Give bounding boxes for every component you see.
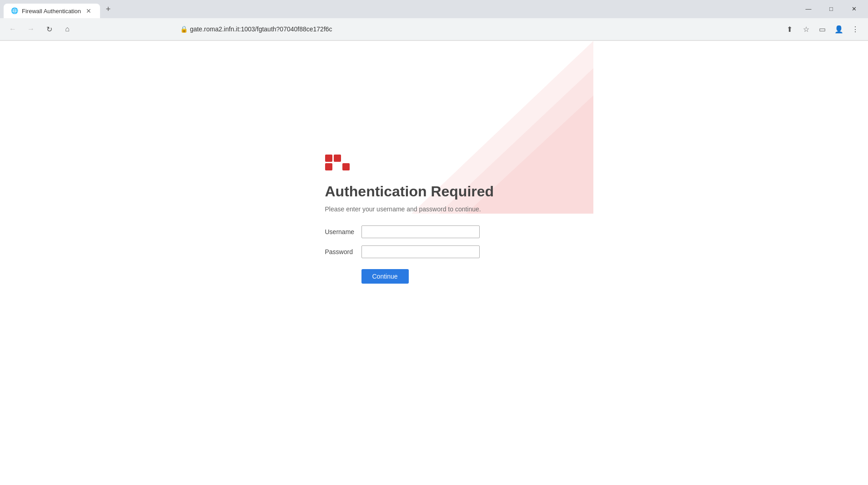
username-input[interactable] [361,225,480,238]
logo-cell-4 [325,163,332,170]
url-bar-wrapper: 🔒 [176,22,585,36]
logo [325,155,507,170]
toolbar-actions: ⬆ ☆ ▭ 👤 ⋮ [783,22,863,36]
sidebar-button[interactable]: ▭ [815,22,830,36]
logo-cell-1 [325,155,332,162]
new-tab-button[interactable]: + [102,3,115,15]
profile-button[interactable]: 👤 [832,22,846,36]
tab-title: Firewall Authentication [22,8,81,15]
auth-title: Authentication Required [325,183,507,200]
continue-button[interactable]: Continue [361,269,409,284]
maximize-button[interactable]: □ [821,2,842,15]
page-content: Authentication Required Please enter you… [0,41,868,485]
tab-close-button[interactable]: ✕ [85,7,93,15]
reload-button[interactable]: ↻ [42,22,56,36]
password-input[interactable] [361,245,480,258]
logo-cell-6 [342,163,350,170]
window-controls: — □ ✕ [798,2,864,15]
home-button[interactable]: ⌂ [60,22,75,36]
login-container: Authentication Required Please enter you… [325,155,507,284]
toolbar-separator [0,40,868,40]
tab-bar: 🌐 Firewall Authentication ✕ + — □ ✕ [0,0,868,18]
username-label: Username [325,228,361,235]
bookmark-button[interactable]: ☆ [799,22,813,36]
forward-button[interactable]: → [24,22,38,36]
username-row: Username [325,225,507,238]
close-button[interactable]: ✕ [843,2,864,15]
browser-chrome: 🌐 Firewall Authentication ✕ + — □ ✕ ← → … [0,0,868,41]
password-row: Password [325,245,507,258]
logo-cell-5-empty [334,163,341,170]
back-button[interactable]: ← [5,22,20,36]
tab-favicon: 🌐 [11,7,18,15]
url-input[interactable] [176,22,585,36]
auth-subtitle: Please enter your username and password … [325,205,507,213]
share-button[interactable]: ⬆ [783,22,797,36]
logo-cell-3-empty [342,155,350,162]
password-label: Password [325,248,361,255]
lock-icon: 🔒 [180,25,188,33]
minimize-button[interactable]: — [798,2,819,15]
menu-button[interactable]: ⋮ [848,22,863,36]
active-tab[interactable]: 🌐 Firewall Authentication ✕ [4,4,100,18]
logo-cell-2 [334,155,341,162]
address-bar: ← → ↻ ⌂ 🔒 ⬆ ☆ ▭ 👤 ⋮ [0,18,868,40]
